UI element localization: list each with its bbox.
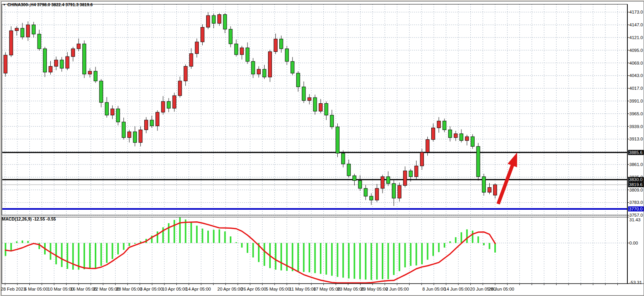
candle-body [4,55,7,73]
candle-body [336,127,339,153]
macd-bar [95,243,96,269]
candle-body [325,103,328,115]
candle-body [420,152,424,166]
price-tick-label: 4095.0 [629,48,643,53]
macd-bar [388,243,389,279]
candle-body [207,15,210,27]
time-tick-label: 10 Mar 05:00 [48,287,74,291]
macd-axis[interactable]: 31.430.00-53.31 [627,217,642,285]
macd-bar [134,243,136,244]
macd-bar [247,243,248,253]
time-tick-label: 2 Jun 05:00 [386,287,409,291]
chart-canvas[interactable]: 4173.04147.04121.04095.04069.04043.04017… [0,0,644,296]
macd-bar [207,231,209,243]
price-tick-label: 3783.0 [629,200,643,205]
candle-body [280,39,283,49]
candlestick-series [4,12,497,206]
candle-body [494,185,497,195]
candle-body [88,71,92,74]
macd-bar [410,243,412,266]
macd-bar [365,243,366,280]
time-tick-label: 3 Apr 05:00 [140,287,163,291]
candle-body [392,183,396,198]
macd-bar [10,243,12,251]
macd-bar [162,227,164,243]
candle-body [20,28,24,37]
candle-body [55,60,58,66]
macd-bar [190,222,192,243]
macd-bar [494,243,496,253]
candle-body [66,56,69,68]
macd-tick-label: 0.00 [629,241,638,245]
candle-body [263,69,266,77]
macd-bar [449,241,451,243]
price-tick-label: 4069.0 [629,61,643,65]
price-badge-label: 3819.6 [629,182,642,187]
candle-body [437,121,441,128]
candle-body [364,188,367,196]
time-tick-label: 28 Mar 05:00 [116,287,142,291]
time-tick-label: 22 Mar 05:00 [93,287,120,291]
macd-bar [466,229,468,243]
candle-body [342,153,345,164]
candle-body [99,81,103,103]
macd-histogram [5,217,496,280]
candle-body [426,140,429,152]
trend-arrow-shaft[interactable] [498,163,513,204]
candle-body [190,54,193,67]
candle-body [144,120,148,130]
candle-body [381,177,384,188]
candle-body [240,48,244,55]
macd-bar [359,243,361,279]
macd-bar [185,219,186,243]
candle-body [471,137,474,146]
macd-bar [309,243,310,272]
macd-bar [280,243,282,270]
candle-body [307,98,311,101]
price-badge-label: 3885.6 [629,150,642,155]
macd-bar [157,231,158,243]
macd-bar [174,220,175,243]
candle-body [313,98,317,111]
macd-bar [415,243,417,265]
candle-body [291,62,294,73]
macd-bar [382,243,383,279]
price-tick-label: 3861.0 [629,162,643,167]
candle-body [26,25,30,37]
horizontal-level-lines [2,152,627,209]
candle-body [167,101,171,108]
price-badge-label: 3830.0 [629,177,642,182]
macd-bar [112,243,113,259]
candle-body [60,60,63,68]
trend-arrow[interactable] [498,152,517,204]
price-axis[interactable]: 4173.04147.04121.04095.04069.04043.04017… [627,10,644,217]
candle-body [128,132,131,138]
candle-body [268,52,272,77]
candle-body [257,69,260,74]
macd-bar [337,243,338,277]
macd-values: -12.55 -0.55 [33,217,56,221]
candle-body [71,49,75,56]
macd-bar [421,243,423,264]
time-tick-label: 10 Apr 05:00 [162,287,187,291]
time-axis[interactable]: 28 Feb 20236 Mar 05:0010 Mar 05:0016 Mar… [1,284,644,291]
candle-body [184,66,187,81]
candle-body [477,146,480,176]
macd-bar [399,243,400,271]
macd-bar [241,243,243,248]
macd-bar [275,243,277,270]
time-tick-label: 14 Jun 05:00 [444,287,470,291]
candle-body [386,177,390,184]
macd-bar [264,243,265,266]
time-tick-label: 6 Mar 05:00 [24,287,48,291]
macd-bar [27,241,29,243]
time-tick-label: 17 May 05:00 [313,287,340,291]
candle-body [133,132,137,143]
candle-body [409,171,412,176]
macd-bar [427,243,428,260]
macd-bar [230,236,231,243]
price-tick-label: 4173.0 [629,10,643,14]
macd-bar [371,243,372,280]
price-tick-label: 3757.0 [629,213,643,217]
time-tick-label: 23 May 05:00 [337,287,364,291]
